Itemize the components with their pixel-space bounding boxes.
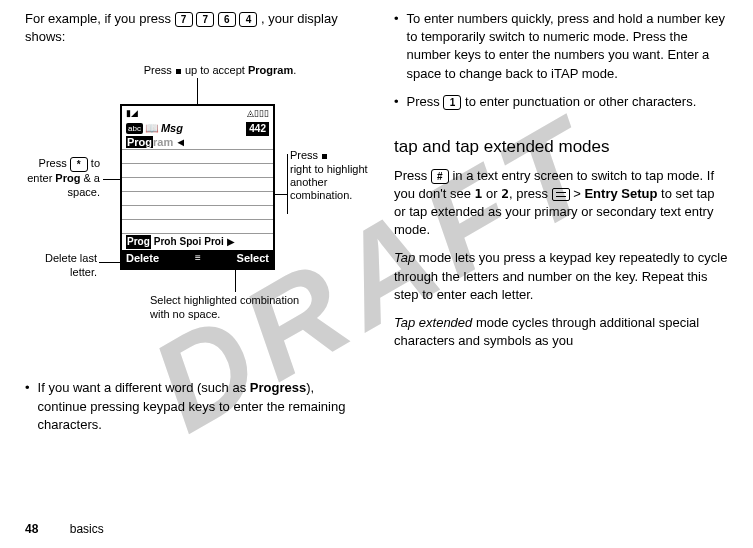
mode-2-icon: 2 (501, 186, 509, 201)
bullet-dot: • (394, 10, 399, 83)
callout-left-delete: Delete last letter. (25, 252, 97, 278)
status-bar: ▮◢ ◬▯▯▯ (122, 106, 273, 121)
paragraph-1: Press # in a text entry screen to switch… (394, 167, 728, 240)
suggestion-2: Proh (154, 235, 177, 249)
signal-icon: ▮◢ (126, 107, 138, 120)
callout-line-top (197, 78, 198, 104)
msg-label: Msg (161, 121, 183, 136)
prog-highlight: Prog (126, 136, 153, 148)
nav-dot-icon (176, 69, 181, 74)
callout-top-bold: Program (248, 64, 293, 76)
callout-top-mid: up to accept (182, 64, 248, 76)
entry-setup-label: Entry Setup (584, 186, 657, 201)
callout-line-left2 (99, 262, 120, 263)
key-7a: 7 (175, 12, 193, 27)
bullet2-text: Press 1 to enter punctuation or other ch… (407, 93, 728, 111)
paragraph-3: Tap extended mode cycles through additio… (394, 314, 728, 350)
battery-icon: ◬▯▯▯ (247, 107, 269, 120)
p1-sep: > (570, 186, 585, 201)
callout-left1-prefix: Press (39, 158, 70, 170)
bullet-text: If you want a different word (such as Pr… (38, 379, 359, 434)
msg-header: abc 📖 Msg 442 (122, 121, 273, 136)
p2-suffix: mode lets you press a keypad key repeate… (394, 250, 727, 301)
text-line-2 (122, 150, 273, 164)
callout-right-prefix: Press (290, 149, 321, 161)
char-count: 442 (246, 122, 269, 136)
p1-mid2: or (482, 186, 501, 201)
callout-left-enter: Press * to enter Prog & a space. (25, 157, 100, 198)
p2-italic: Tap (394, 250, 415, 265)
prog-completion: ram (153, 136, 173, 148)
dict-icon: 📖 (145, 121, 159, 136)
hash-key-icon: # (431, 169, 449, 184)
bullet-bold: Progress (250, 380, 306, 395)
suggestion-1: Prog (126, 235, 151, 249)
text-area: Program ◄ (122, 136, 273, 234)
paragraph-2: Tap mode lets you press a keypad key rep… (394, 249, 728, 304)
text-line-6 (122, 206, 273, 220)
callout-right-suffix: right to highlight another combination. (290, 163, 368, 201)
p3-italic: Tap extended (394, 315, 472, 330)
p1-mid3: , press (509, 186, 552, 201)
softkey-menu-icon: ≡ (195, 251, 201, 266)
menu-key-icon (552, 188, 570, 201)
softkey-right: Select (237, 251, 269, 266)
right-bullet-1: • To enter numbers quickly, press and ho… (394, 10, 728, 83)
bullet1-text: To enter numbers quickly, press and hold… (407, 10, 728, 83)
bullet2-prefix: Press (407, 94, 444, 109)
intro-paragraph: For example, if you press 7 7 6 4 , your… (25, 10, 359, 46)
text-line-4 (122, 178, 273, 192)
left-column: For example, if you press 7 7 6 4 , your… (25, 10, 359, 500)
suggestion-row: Prog Proh Spoi Proi ▶ (122, 234, 273, 250)
text-line-3 (122, 164, 273, 178)
section-name: basics (70, 522, 104, 536)
abc-mode-icon: abc (126, 123, 143, 134)
suggestion-4: Proi (204, 235, 223, 249)
p1-prefix: Press (394, 168, 431, 183)
callout-line-right-h (275, 194, 287, 195)
text-line-7 (122, 220, 273, 234)
more-arrow-icon: ▶ (227, 235, 235, 249)
callout-top-prefix: Press (144, 64, 175, 76)
cursor-icon: ◄ (175, 135, 186, 150)
bullet2-suffix: to enter punctuation or other characters… (461, 94, 696, 109)
intro-prefix: For example, if you press (25, 11, 175, 26)
text-line-5 (122, 192, 273, 206)
callout-right: Press right to highlight another combina… (290, 149, 370, 202)
callout-left1-bold: Prog (55, 172, 80, 184)
right-bullet-2: • Press 1 to enter punctuation or other … (394, 93, 728, 111)
suggestion-3: Spoi (180, 235, 202, 249)
callout-line-bottom (235, 268, 236, 292)
bullet-prefix: If you want a different word (such as (38, 380, 250, 395)
bullet-dot: • (25, 379, 30, 434)
key-6: 6 (218, 12, 236, 27)
star-key-icon: * (70, 157, 88, 172)
softkey-left: Delete (126, 251, 159, 266)
bullet-dot: • (394, 93, 399, 111)
right-column: • To enter numbers quickly, press and ho… (394, 10, 728, 500)
softkey-bar: Delete ≡ Select (122, 250, 273, 267)
nav-dot-icon-2 (322, 154, 327, 159)
callout-top: Press up to accept Program. (130, 64, 310, 77)
key-4: 4 (239, 12, 257, 27)
page-footer: 48 basics (25, 521, 104, 538)
text-line-1: Program ◄ (122, 136, 273, 150)
diagram-area: Press up to accept Program. Press * to e… (25, 64, 359, 364)
key-7b: 7 (196, 12, 214, 27)
callout-top-suffix: . (293, 64, 296, 76)
page-number: 48 (25, 522, 38, 536)
left-bullet: • If you want a different word (such as … (25, 379, 359, 434)
callout-line-right-v (287, 154, 288, 214)
key-1-icon: 1 (443, 95, 461, 110)
phone-screen: ▮◢ ◬▯▯▯ abc 📖 Msg 442 Program ◄ (120, 104, 275, 269)
section-heading: tap and tap extended modes (394, 135, 728, 159)
callout-bottom: Select highlighted combination with no s… (150, 294, 320, 320)
